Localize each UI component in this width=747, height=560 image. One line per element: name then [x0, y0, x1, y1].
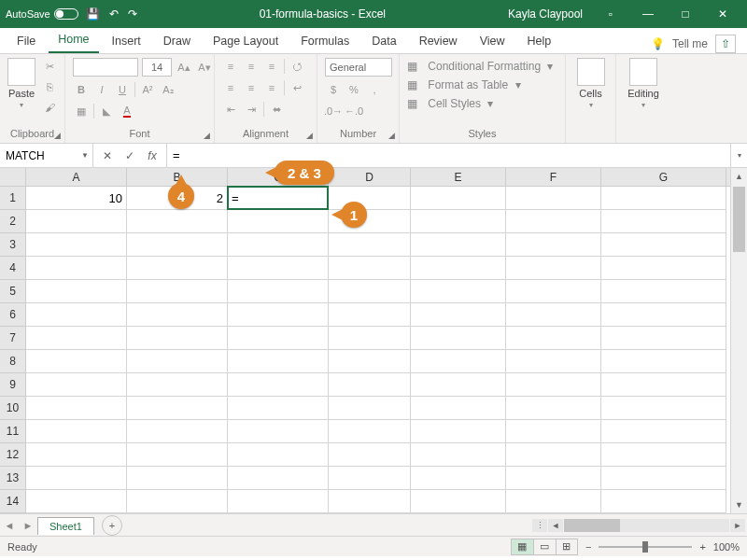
cell[interactable]	[411, 233, 506, 257]
comma-icon[interactable]: ,	[366, 81, 383, 98]
cell[interactable]	[411, 397, 506, 420]
minimize-icon[interactable]: ―	[629, 0, 667, 28]
cell[interactable]	[601, 233, 726, 257]
cell[interactable]	[127, 443, 228, 467]
italic-button[interactable]: I	[93, 81, 110, 98]
format-painter-icon[interactable]: 🖌	[41, 99, 58, 116]
undo-icon[interactable]: ↶	[109, 7, 119, 21]
row-header[interactable]: 7	[0, 327, 25, 350]
subscript-icon[interactable]: A₂	[160, 81, 176, 98]
cell[interactable]	[411, 443, 506, 467]
conditional-formatting-button[interactable]: ▦ Conditional Formatting ▾	[407, 60, 553, 73]
cell[interactable]	[228, 420, 329, 443]
cell[interactable]	[127, 257, 228, 280]
cell[interactable]	[506, 187, 601, 210]
row-header[interactable]: 10	[0, 397, 25, 420]
dialog-launcher-icon[interactable]: ◢	[388, 131, 395, 140]
cell[interactable]	[411, 350, 506, 373]
cell[interactable]	[329, 490, 411, 513]
page-break-view-button[interactable]: ⊞	[556, 539, 578, 555]
save-icon[interactable]: 💾	[86, 7, 100, 21]
column-header[interactable]: G	[601, 168, 726, 186]
name-box[interactable]: MATCH ▼	[0, 144, 93, 167]
horizontal-scrollbar[interactable]: ⋮ ◄ ►	[532, 519, 747, 532]
cell[interactable]	[411, 467, 506, 490]
cell[interactable]	[228, 373, 329, 397]
cell[interactable]	[228, 327, 329, 350]
tab-formulas[interactable]: Formulas	[291, 30, 359, 53]
tab-review[interactable]: Review	[410, 30, 467, 53]
tab-page-layout[interactable]: Page Layout	[204, 30, 288, 53]
cell[interactable]	[506, 350, 601, 373]
cell[interactable]	[506, 420, 601, 443]
cell[interactable]	[329, 373, 411, 397]
decrease-indent-icon[interactable]: ⇤	[222, 101, 239, 118]
cell[interactable]	[228, 210, 329, 233]
cell[interactable]	[127, 490, 228, 513]
select-all-corner[interactable]	[0, 168, 26, 187]
decrease-decimal-icon[interactable]: ←.0	[345, 103, 362, 119]
cell[interactable]	[26, 257, 127, 280]
percent-icon[interactable]: %	[345, 81, 362, 98]
cell[interactable]	[26, 420, 127, 443]
increase-indent-icon[interactable]: ⇥	[243, 101, 260, 118]
column-header[interactable]: D	[329, 168, 411, 186]
cell[interactable]	[506, 490, 601, 513]
cell[interactable]	[601, 210, 726, 233]
align-top-icon[interactable]: ≡	[222, 58, 239, 75]
cell[interactable]	[329, 233, 411, 257]
cell[interactable]	[127, 420, 228, 443]
cell[interactable]	[601, 327, 726, 350]
align-center-icon[interactable]: ≡	[243, 79, 260, 96]
cell[interactable]	[127, 233, 228, 257]
row-header[interactable]: 4	[0, 257, 25, 280]
cell[interactable]	[127, 210, 228, 233]
cell[interactable]	[228, 303, 329, 327]
zoom-slider[interactable]	[599, 546, 692, 548]
merge-icon[interactable]: ⬌	[268, 101, 285, 118]
cell[interactable]	[329, 280, 411, 303]
cell[interactable]	[228, 257, 329, 280]
cell[interactable]	[228, 490, 329, 513]
cell[interactable]	[26, 490, 127, 513]
share-button[interactable]: ⇧	[715, 35, 736, 53]
cells-button[interactable]: Cells ▾	[573, 58, 608, 109]
wrap-text-icon[interactable]: ↩	[289, 79, 305, 96]
cell[interactable]	[506, 280, 601, 303]
autosave-toggle[interactable]: AutoSave	[6, 8, 78, 20]
cancel-formula-button[interactable]: ✕	[97, 147, 118, 165]
cell[interactable]	[506, 327, 601, 350]
format-as-table-button[interactable]: ▦ Format as Table ▾	[407, 78, 553, 91]
tellme-label[interactable]: Tell me	[672, 37, 708, 50]
row-header[interactable]: 11	[0, 420, 25, 443]
cell[interactable]	[329, 303, 411, 327]
cell[interactable]	[601, 467, 726, 490]
cell[interactable]	[601, 373, 726, 397]
dialog-launcher-icon[interactable]: ◢	[306, 131, 313, 140]
cell[interactable]	[411, 490, 506, 513]
redo-icon[interactable]: ↷	[128, 7, 137, 21]
cell[interactable]	[411, 303, 506, 327]
grow-font-icon[interactable]: A▴	[176, 59, 192, 76]
tab-view[interactable]: View	[471, 30, 514, 53]
vertical-scrollbar[interactable]: ▲ ▼	[730, 168, 747, 513]
orientation-icon[interactable]: ⭯	[289, 58, 305, 75]
cell[interactable]	[329, 397, 411, 420]
row-header[interactable]: 5	[0, 280, 25, 303]
cell[interactable]	[601, 490, 726, 513]
cell[interactable]	[506, 233, 601, 257]
cell[interactable]	[506, 397, 601, 420]
align-left-icon[interactable]: ≡	[222, 79, 239, 96]
scroll-down-icon[interactable]: ▼	[731, 497, 747, 513]
enter-formula-button[interactable]: ✓	[120, 147, 140, 165]
cell[interactable]	[601, 443, 726, 467]
cell[interactable]	[26, 397, 127, 420]
cell[interactable]	[26, 303, 127, 327]
hscroll-split-icon[interactable]: ⋮	[532, 519, 547, 532]
cell[interactable]	[127, 327, 228, 350]
row-header[interactable]: 9	[0, 373, 25, 397]
dialog-launcher-icon[interactable]: ◢	[204, 131, 210, 140]
cell[interactable]	[329, 467, 411, 490]
cell[interactable]	[127, 303, 228, 327]
tab-insert[interactable]: Insert	[103, 30, 150, 53]
